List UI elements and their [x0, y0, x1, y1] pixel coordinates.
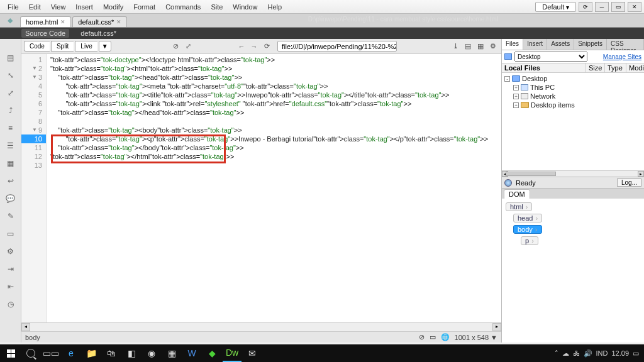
download-icon[interactable]: ⤓	[450, 41, 461, 52]
view-code-button[interactable]: Code	[24, 41, 50, 52]
code-editor[interactable]: 1▼2▼345678▼910111213 "tok-attr">class="t…	[21, 54, 501, 322]
scroll-thumb[interactable]	[506, 172, 556, 176]
dom-node-head[interactable]: head	[513, 214, 542, 222]
rail-comment-icon[interactable]: 💬	[6, 194, 16, 204]
minimize-button[interactable]: ─	[595, 2, 609, 12]
menu-format[interactable]: Format	[128, 2, 160, 12]
scroll-right-icon[interactable]: ▸	[492, 323, 501, 331]
taskview-button[interactable]: ▭▭	[42, 344, 60, 362]
tab-close-icon[interactable]: ✕	[60, 19, 65, 25]
options-icon[interactable]: ⚙	[487, 41, 499, 52]
col-type[interactable]: Type	[605, 63, 626, 72]
rail-collapse-icon[interactable]: ⤡	[6, 70, 16, 80]
inspect-icon[interactable]: ⤢	[183, 41, 194, 52]
nav-back-icon[interactable]: ←	[236, 41, 247, 52]
scroll-right-icon[interactable]: ▸	[638, 171, 644, 177]
rail-recent-icon[interactable]: ◷	[6, 299, 16, 309]
tray-onedrive-icon[interactable]: ☁	[562, 349, 569, 358]
no-browser-icon[interactable]: ⊘	[170, 41, 182, 52]
search-button[interactable]	[21, 344, 40, 362]
tab-close-icon[interactable]: ✕	[116, 19, 121, 25]
taskbar-mail-icon[interactable]: ✉	[243, 344, 262, 362]
file-mgmt-icon[interactable]: ▤	[462, 41, 474, 52]
dom-tab[interactable]: DOM	[504, 189, 530, 199]
status-overflow-icon[interactable]: ⊘	[419, 333, 425, 341]
workspace-selector[interactable]: Default ▾	[535, 2, 576, 12]
status-tag-path[interactable]: body	[25, 334, 40, 341]
rail-expand-icon[interactable]: ⤢	[6, 88, 16, 98]
nav-refresh-icon[interactable]: ⟳	[261, 41, 272, 52]
menu-help[interactable]: Help	[262, 2, 287, 12]
view-dropdown-button[interactable]: ▼	[99, 41, 111, 52]
address-bar[interactable]: file:///D|/p/inwepo/Pending/11%20-%20car…	[277, 41, 397, 52]
files-hscrollbar[interactable]: ◂ ▸	[502, 170, 644, 177]
scroll-left-icon[interactable]: ◂	[21, 323, 30, 331]
tray-lang[interactable]: IND	[596, 349, 608, 357]
menu-site[interactable]: Site	[206, 2, 228, 12]
tree-item[interactable]: -Desktop	[502, 74, 644, 83]
tree-item[interactable]: +Desktop items	[502, 101, 644, 109]
status-dimensions[interactable]: 1001 x 548 ▼	[455, 334, 497, 341]
rail-line-numbers-icon[interactable]: ☰	[6, 141, 16, 151]
panel-tab-files[interactable]: Files	[502, 39, 523, 50]
taskbar-chrome-icon[interactable]: ◉	[142, 344, 161, 362]
tab-home-html[interactable]: home.html ✕	[20, 16, 71, 27]
menu-insert[interactable]: Insert	[70, 2, 98, 12]
rail-highlight-icon[interactable]: ▦	[6, 158, 16, 168]
subtab-default-css[interactable]: default.css*	[77, 29, 120, 38]
dw-home-icon[interactable]: ◆	[0, 13, 20, 27]
restore-button[interactable]: ▭	[611, 2, 625, 12]
start-button[interactable]	[1, 344, 20, 362]
tray-clock[interactable]: 12.09	[611, 349, 629, 357]
site-dropdown[interactable]: Desktop	[514, 52, 587, 62]
tray-network-icon[interactable]: 🖧	[573, 349, 580, 357]
close-button[interactable]: ✕	[628, 2, 641, 12]
rail-remove-icon[interactable]: ▭	[6, 229, 16, 239]
rail-word-wrap-icon[interactable]: ↩	[6, 176, 16, 186]
status-device-icon[interactable]: ▭	[430, 333, 436, 341]
panel-tab-assets[interactable]: Assets	[547, 39, 574, 50]
taskbar-word-icon[interactable]: W	[182, 344, 201, 362]
manage-sites-link[interactable]: Manage Sites	[603, 53, 641, 60]
menu-modify[interactable]: Modify	[98, 2, 128, 12]
panel-tab-snippets[interactable]: Snippets	[574, 39, 607, 50]
sync-icon[interactable]: ⟳	[579, 2, 592, 12]
code-content[interactable]: "tok-attr">class="tok-doctype"><!doctype…	[47, 54, 488, 322]
rail-balance-icon[interactable]: ≡	[6, 123, 16, 133]
taskbar-app3-icon[interactable]: ◆	[203, 344, 221, 362]
rail-outdent-icon[interactable]: ⇤	[6, 282, 16, 292]
rail-open-docs-icon[interactable]: ▤	[6, 53, 16, 63]
nav-fwd-icon[interactable]: →	[248, 41, 260, 52]
col-local-files[interactable]: Local Files	[502, 63, 586, 72]
subtab-source-code[interactable]: Source Code	[21, 29, 69, 38]
log-button[interactable]: Log...	[617, 178, 641, 187]
tree-item[interactable]: +This PC	[502, 83, 644, 92]
dom-node-body[interactable]: body	[513, 225, 542, 234]
menu-commands[interactable]: Commands	[160, 2, 206, 12]
tray-notifications-icon[interactable]: ▭	[633, 349, 639, 358]
dom-tree[interactable]: htmlheadbodyp	[502, 199, 644, 249]
taskbar-app1-icon[interactable]: ◧	[122, 344, 141, 362]
menu-view[interactable]: View	[46, 2, 71, 12]
taskbar-store-icon[interactable]: 🛍	[102, 344, 121, 362]
rail-indent-icon[interactable]: ⇥	[6, 264, 16, 274]
col-size[interactable]: Size	[586, 63, 605, 72]
menu-window[interactable]: Window	[228, 2, 262, 12]
taskbar-app2-icon[interactable]: ▦	[162, 344, 181, 362]
rail-select-parent-icon[interactable]: ⤴	[6, 106, 16, 116]
tray-volume-icon[interactable]: 🔊	[584, 349, 592, 358]
tab-default-css[interactable]: default.css* ✕	[72, 16, 127, 27]
taskbar-explorer-icon[interactable]: 📁	[82, 344, 101, 362]
rail-apply-icon[interactable]: ✎	[6, 211, 16, 221]
panel-tab-insert[interactable]: Insert	[523, 39, 547, 50]
files-tree[interactable]: -Desktop+This PC+Network+Desktop items	[502, 73, 644, 170]
rail-format-icon[interactable]: ⚙	[6, 246, 16, 256]
status-globe-icon[interactable]: 🌐	[441, 333, 450, 341]
menu-file[interactable]: File	[3, 2, 24, 12]
system-tray[interactable]: ˄ ☁ 🖧 🔊 IND 12.09 ▭	[555, 349, 643, 358]
view-live-button[interactable]: Live	[75, 41, 97, 52]
tree-item[interactable]: +Network	[502, 92, 644, 101]
taskbar-edge-icon[interactable]: e	[62, 344, 80, 362]
preview-icon[interactable]: ▦	[475, 41, 486, 52]
dom-node-html[interactable]: html	[506, 202, 532, 211]
